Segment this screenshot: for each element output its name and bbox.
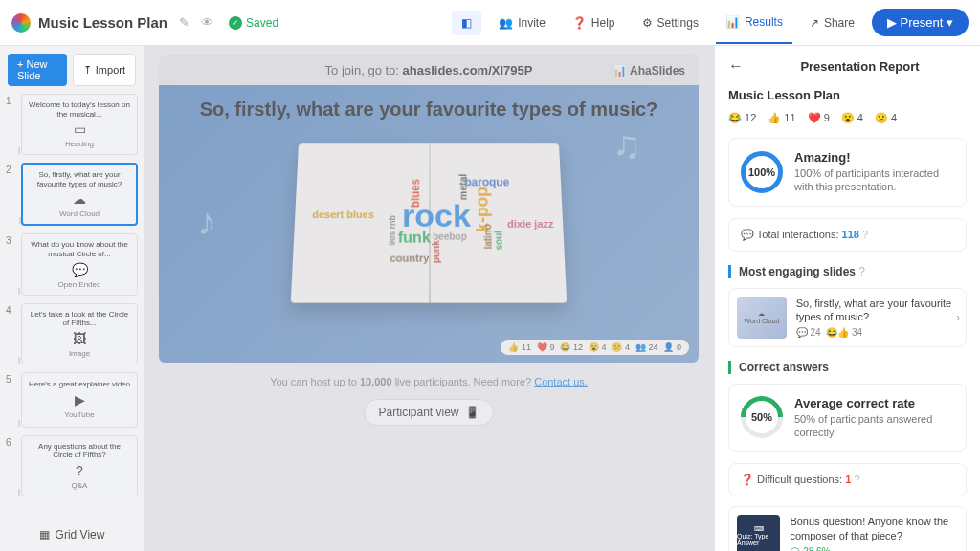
present-button[interactable]: ▶ Present ▾ [872, 9, 969, 36]
join-url: ahaslides.com/XI795P [403, 63, 533, 77]
visibility-icon[interactable]: 👁 [201, 15, 213, 30]
difficult-question-card[interactable]: ⌨Quiz: Type Answer Bonus question! Anyon… [728, 506, 967, 551]
engaging-section: Most engaging slides ? [728, 265, 967, 278]
brand-label: AhaSlides [612, 64, 685, 77]
report-title: Presentation Report [753, 59, 967, 74]
participant-view-button[interactable]: Participant view 📱 [364, 399, 493, 426]
engagement-pct: 100% [741, 151, 783, 193]
saved-status: Saved [229, 16, 278, 30]
correct-rate-card: 50% Average correct rate 50% of particip… [728, 384, 967, 452]
host-info: You can host up to 10,000 live participa… [159, 376, 699, 387]
slide-canvas[interactable]: ♪ ♫ So, firstly, what are your favourite… [159, 85, 699, 363]
slide-thumb[interactable]: Here's a great explainer video▶YouTube| [21, 372, 138, 428]
slide-panel: + New Slide ⤒ Import 1Welcome to today's… [0, 46, 144, 551]
slide-thumb[interactable]: What do you know about the musical Circl… [21, 233, 138, 295]
help-button[interactable]: ❓ Help [563, 11, 625, 35]
share-button[interactable]: ↗ Share [800, 11, 864, 35]
correct-section: Correct answers [728, 361, 967, 374]
engaging-slide-card[interactable]: ☁Word Cloud So, firstly, what are your f… [728, 288, 967, 347]
difficult-thumb: ⌨Quiz: Type Answer [737, 515, 780, 551]
slide-thumb[interactable]: Let's take a look at the Circle of Fifth… [21, 303, 138, 364]
report-reactions: 😂 12👍 11❤️ 9😮 4😕 4 [728, 112, 967, 124]
report-panel: ← Presentation Report Music Lesson Plan … [714, 46, 980, 551]
edit-icon[interactable]: ✎ [179, 15, 189, 30]
back-icon[interactable]: ← [728, 57, 744, 75]
slide-reactions[interactable]: 👍 11❤️ 9😂 12😮 4😕 4👥 24👤 0 [501, 340, 689, 355]
import-button[interactable]: ⤒ Import [73, 54, 136, 86]
slide-question: So, firstly, what are your favourite typ… [200, 99, 658, 121]
top-bar: Music Lesson Plan ✎ 👁 Saved ◧ 👥 Invite ❓… [0, 0, 980, 46]
slide-thumb[interactable]: Any questions about the Circle of Fifths… [21, 435, 138, 496]
engaging-thumb: ☁Word Cloud [737, 297, 787, 339]
grid-view-button[interactable]: ▦ Grid View [0, 518, 144, 551]
slide-thumb[interactable]: So, firstly, what are your favourite typ… [21, 163, 138, 226]
new-slide-button[interactable]: + New Slide [8, 54, 67, 86]
results-tab[interactable]: 📊 Results [716, 2, 792, 44]
settings-button[interactable]: ⚙ Settings [633, 11, 708, 35]
slide-thumb[interactable]: Welcome to today's lesson on the musical… [21, 94, 138, 155]
difficult-stat: ❓ Difficult questions: 1 ? [728, 463, 967, 496]
correct-pct: 50% [732, 387, 791, 447]
report-name: Music Lesson Plan [728, 88, 967, 102]
canvas-area: To join, go to: ahaslides.com/XI795P Aha… [144, 46, 714, 551]
engagement-card: 100% Amazing! 100% of participants inter… [728, 138, 967, 207]
book-graphic: rockk-popfunkbluesbaroquemetaldesert blu… [291, 143, 567, 302]
square-icon-button[interactable]: ◧ [452, 11, 481, 35]
chevron-right-icon: › [956, 311, 960, 324]
interactions-stat: 💬 Total interactions: 118 ? [728, 218, 967, 252]
join-bar: To join, go to: ahaslides.com/XI795P Aha… [159, 55, 699, 85]
presentation-title[interactable]: Music Lesson Plan [38, 14, 167, 31]
app-logo [11, 13, 31, 33]
thumbnail-list[interactable]: 1Welcome to today's lesson on the musica… [0, 94, 144, 518]
contact-link[interactable]: Contact us. [534, 376, 588, 387]
invite-button[interactable]: 👥 Invite [489, 11, 555, 35]
